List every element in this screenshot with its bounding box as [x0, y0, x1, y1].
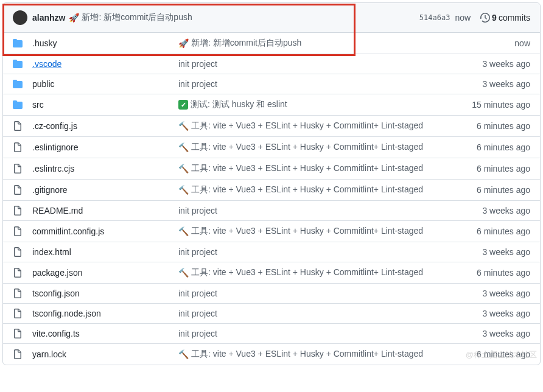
commit-time: 6 minutes ago	[477, 142, 530, 152]
commit-message-text: init project	[178, 206, 217, 215]
file-row: README.mdinit project3 weeks ago	[3, 201, 540, 221]
file-icon	[13, 268, 23, 278]
file-name-link[interactable]: yarn.lock	[32, 349, 178, 359]
commit-message[interactable]: 🔨工具: vite + Vue3 + ESLint + Husky + Comm…	[178, 142, 477, 153]
commit-message[interactable]: init project	[178, 329, 482, 338]
file-row: commitlint.config.js🔨工具: vite + Vue3 + E…	[3, 221, 540, 242]
file-name-link[interactable]: vite.config.ts	[32, 329, 178, 338]
commit-message-header[interactable]: 🚀 新增: 新增commit后自动push	[69, 12, 192, 23]
rocket-icon: 🚀	[69, 13, 79, 23]
commit-message[interactable]: 🔨工具: vite + Vue3 + ESLint + Husky + Comm…	[178, 226, 477, 237]
commit-message-text: 工具: vite + Vue3 + ESLint + Husky + Commi…	[191, 267, 423, 278]
commit-message[interactable]: 🔨工具: vite + Vue3 + ESLint + Husky + Comm…	[178, 267, 477, 278]
commit-message-text: 工具: vite + Vue3 + ESLint + Husky + Commi…	[191, 121, 423, 131]
commit-emoji-icon: 🔨	[178, 121, 189, 131]
file-row: tsconfig.node.jsoninit project3 weeks ag…	[3, 304, 540, 324]
directory-icon	[13, 100, 23, 110]
commits-count: 9	[492, 13, 497, 23]
commit-emoji-icon: 🚀	[178, 38, 189, 48]
commit-message[interactable]: 🚀新增: 新增commit后自动push	[178, 38, 514, 49]
avatar[interactable]	[13, 10, 27, 25]
directory-icon	[13, 79, 23, 89]
file-name-link[interactable]: .eslintrc.cjs	[32, 164, 178, 173]
commit-time: 3 weeks ago	[482, 59, 530, 69]
commit-emoji-icon: 🔨	[178, 164, 189, 173]
commit-message-text: 工具: vite + Vue3 + ESLint + Husky + Commi…	[191, 184, 423, 195]
file-icon	[13, 206, 23, 215]
commit-time: 3 weeks ago	[482, 206, 530, 215]
commit-time: 6 minutes ago	[477, 349, 530, 359]
commit-message[interactable]: 🔨工具: vite + Vue3 + ESLint + Husky + Comm…	[178, 163, 477, 174]
latest-commit-header: alanhzw 🚀 新增: 新增commit后自动push 514a6a3 no…	[3, 3, 540, 33]
commit-message-text: init project	[178, 79, 217, 89]
file-icon	[13, 185, 23, 195]
file-row: .vscodeinit project3 weeks ago	[3, 54, 540, 74]
commit-time: 15 minutes ago	[472, 100, 530, 110]
file-row: .eslintignore🔨工具: vite + Vue3 + ESLint +…	[3, 137, 540, 158]
commit-time: 3 weeks ago	[482, 79, 530, 89]
commits-history-link[interactable]: 9 commits	[480, 13, 530, 23]
commit-message[interactable]: init project	[178, 79, 482, 89]
commit-message-text: init project	[178, 59, 217, 69]
commit-message[interactable]: init project	[178, 309, 482, 318]
commit-emoji-icon: 🔨	[178, 268, 189, 278]
check-badge-icon	[178, 100, 188, 110]
file-name-link[interactable]: .husky	[32, 38, 178, 48]
commit-time: now	[455, 13, 471, 23]
file-icon	[13, 247, 23, 257]
file-row: package.json🔨工具: vite + Vue3 + ESLint + …	[3, 262, 540, 284]
file-row: src测试: 测试 husky 和 eslint15 minutes ago	[3, 94, 540, 116]
commit-time: 3 weeks ago	[482, 309, 530, 318]
commit-emoji-icon: 🔨	[178, 185, 189, 195]
file-name-link[interactable]: .vscode	[32, 59, 178, 69]
file-name-link[interactable]: .eslintignore	[32, 142, 178, 152]
file-row: index.htmlinit project3 weeks ago	[3, 242, 540, 262]
commit-time: 6 minutes ago	[477, 164, 530, 173]
file-icon	[13, 349, 23, 359]
commit-time: 6 minutes ago	[477, 226, 530, 236]
file-name-link[interactable]: README.md	[32, 206, 178, 215]
file-row: .husky🚀新增: 新增commit后自动pushnow	[3, 33, 540, 54]
file-icon	[13, 289, 23, 298]
file-name-link[interactable]: .gitignore	[32, 185, 178, 195]
file-icon	[13, 142, 23, 152]
author-name[interactable]: alanhzw	[32, 13, 65, 23]
commit-message[interactable]: init project	[178, 59, 482, 69]
commit-message[interactable]: init project	[178, 206, 482, 215]
commit-message-text: 工具: vite + Vue3 + ESLint + Husky + Commi…	[191, 226, 423, 237]
file-name-link[interactable]: public	[32, 79, 178, 89]
file-browser: alanhzw 🚀 新增: 新增commit后自动push 514a6a3 no…	[2, 2, 541, 365]
commit-message[interactable]: 🔨工具: vite + Vue3 + ESLint + Husky + Comm…	[178, 184, 477, 195]
commit-time: 6 minutes ago	[477, 185, 530, 195]
file-name-link[interactable]: tsconfig.node.json	[32, 309, 178, 318]
commit-message[interactable]: init project	[178, 247, 482, 257]
file-icon	[13, 329, 23, 338]
commit-message-text: 工具: vite + Vue3 + ESLint + Husky + Commi…	[191, 349, 423, 360]
file-icon	[13, 309, 23, 318]
commit-message[interactable]: init project	[178, 289, 482, 298]
commit-emoji-icon: 🔨	[178, 349, 189, 359]
file-name-link[interactable]: package.json	[32, 268, 178, 278]
file-name-link[interactable]: src	[32, 100, 178, 110]
commit-time: 3 weeks ago	[482, 329, 530, 338]
commit-message[interactable]: 测试: 测试 husky 和 eslint	[178, 99, 472, 110]
commit-emoji-icon: 🔨	[178, 226, 189, 236]
commit-message-text: 工具: vite + Vue3 + ESLint + Husky + Commi…	[191, 163, 423, 174]
commit-time: now	[514, 38, 530, 48]
directory-icon	[13, 59, 23, 69]
file-row: vite.config.tsinit project3 weeks ago	[3, 324, 540, 344]
commit-sha[interactable]: 514a6a3	[419, 13, 450, 22]
directory-icon	[13, 38, 23, 48]
commit-message-text: 新增: 新增commit后自动push	[191, 38, 301, 49]
commits-label: commits	[499, 13, 530, 23]
commit-message-text: init project	[178, 309, 217, 318]
file-name-link[interactable]: commitlint.config.js	[32, 226, 178, 236]
commit-message-text: 测试: 测试 husky 和 eslint	[191, 99, 287, 110]
commit-message[interactable]: 🔨工具: vite + Vue3 + ESLint + Husky + Comm…	[178, 349, 477, 360]
file-name-link[interactable]: index.html	[32, 247, 178, 257]
commit-emoji-icon: 🔨	[178, 142, 189, 152]
commit-message[interactable]: 🔨工具: vite + Vue3 + ESLint + Husky + Comm…	[178, 121, 477, 131]
file-name-link[interactable]: tsconfig.json	[32, 289, 178, 298]
file-icon	[13, 226, 23, 236]
file-name-link[interactable]: .cz-config.js	[32, 121, 178, 131]
